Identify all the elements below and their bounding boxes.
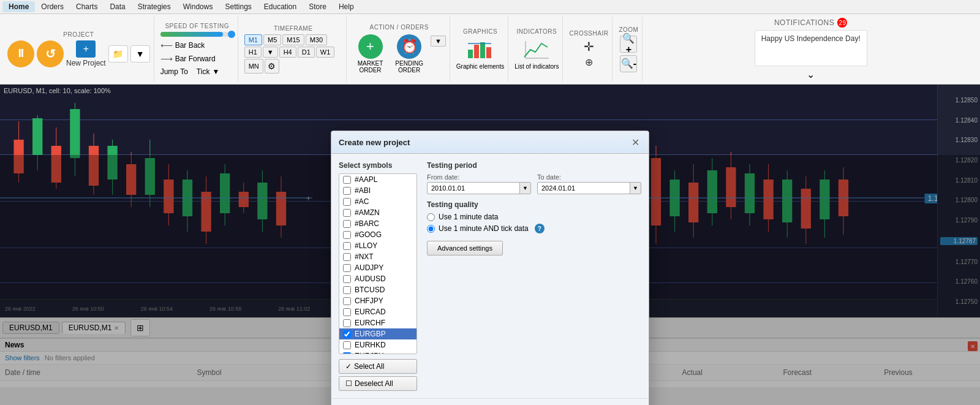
- tick-label[interactable]: Tick: [197, 67, 210, 76]
- tf-w1[interactable]: W1: [316, 47, 335, 58]
- svg-rect-10: [32, 118, 42, 155]
- checkbox-EURGBP[interactable]: [343, 330, 351, 338]
- tf-m1[interactable]: M1: [244, 34, 262, 45]
- checkbox-AUDJPY[interactable]: [343, 264, 351, 272]
- checkbox-BARC[interactable]: [343, 220, 351, 228]
- checkbox-EURCHF[interactable]: [343, 319, 351, 327]
- zoom-out-button[interactable]: 🔍-: [620, 55, 637, 72]
- modal-close-button[interactable]: ✕: [629, 136, 641, 148]
- menu-home[interactable]: Home: [2, 1, 35, 12]
- notifications-expand[interactable]: ⌄: [807, 69, 815, 80]
- checkbox-ABI[interactable]: [343, 187, 351, 195]
- timeframe-settings-button[interactable]: ⚙: [265, 59, 279, 74]
- checkbox-EURJPY[interactable]: [343, 352, 351, 355]
- quality-help-icon[interactable]: ?: [535, 224, 545, 233]
- checkbox-AAPL[interactable]: [343, 176, 351, 184]
- advanced-settings-button[interactable]: Advanced settings: [427, 241, 503, 255]
- symbol-EURHKD[interactable]: EURHKD: [339, 339, 417, 350]
- symbol-EURGBP[interactable]: EURGBP: [339, 328, 417, 339]
- graphics-section: GRAPHICS Graphic elements: [453, 17, 508, 81]
- svg-rect-3: [486, 47, 491, 58]
- graphic-elements-button[interactable]: Graphic elements: [456, 37, 504, 70]
- menu-store[interactable]: Store: [303, 1, 333, 12]
- menu-charts[interactable]: Charts: [70, 1, 104, 12]
- radio-1min-input[interactable]: [427, 213, 435, 221]
- menu-education[interactable]: Education: [258, 1, 303, 12]
- notifications-section: NOTIFICATIONS 29 Happy US Independence D…: [645, 17, 976, 81]
- from-date-dropdown[interactable]: ▼: [519, 183, 530, 194]
- jump-to-label[interactable]: Jump To: [160, 67, 188, 76]
- checkbox-EURHKD[interactable]: [343, 341, 351, 349]
- tf-dropdown[interactable]: ▼: [263, 47, 278, 58]
- checkbox-LLOY[interactable]: [343, 242, 351, 250]
- symbol-LLOY[interactable]: #LLOY: [339, 240, 417, 251]
- pending-order-button[interactable]: ⏰ PENDINGORDER: [390, 33, 428, 75]
- crosshair-lock-icon[interactable]: ⊕: [585, 56, 593, 68]
- symbol-AUDUSD[interactable]: AUDUSD: [339, 273, 417, 284]
- menu-orders[interactable]: Orders: [35, 1, 70, 12]
- zoom-section-label: ZOOM: [619, 26, 638, 33]
- deselect-all-button[interactable]: ☐ Deselect All: [339, 376, 417, 391]
- project-folder-button[interactable]: 📁: [108, 45, 128, 62]
- menu-windows[interactable]: Windows: [177, 1, 219, 12]
- restart-button[interactable]: ↺: [37, 40, 64, 67]
- select-all-button[interactable]: ✓ Select All: [339, 359, 417, 374]
- deselect-all-label: Deselect All: [355, 379, 393, 388]
- market-order-button[interactable]: + MARKETORDER: [353, 33, 388, 75]
- list-indicators-button[interactable]: List of indicators: [514, 37, 559, 70]
- symbol-NXT[interactable]: #NXT: [339, 251, 417, 262]
- checkbox-NXT[interactable]: [343, 253, 351, 261]
- tf-m30[interactable]: M30: [306, 34, 327, 45]
- symbol-AMZN[interactable]: #AMZN: [339, 207, 417, 218]
- tf-mn[interactable]: MN: [244, 59, 263, 74]
- to-date-label: To date:: [537, 173, 641, 181]
- symbol-AUDJPY[interactable]: AUDJPY: [339, 262, 417, 273]
- from-date-value[interactable]: [428, 183, 519, 194]
- symbol-list[interactable]: #AAPL #ABI #AC #AMZN: [339, 173, 417, 354]
- checkbox-EURCAD[interactable]: [343, 308, 351, 316]
- checkbox-AUDUSD[interactable]: [343, 275, 351, 283]
- select-all-label: Select All: [354, 362, 384, 371]
- checkbox-CHFJPY[interactable]: [343, 297, 351, 305]
- tick-dropdown-icon[interactable]: ▼: [212, 67, 219, 76]
- to-date-input[interactable]: ▼: [537, 182, 641, 194]
- bar-back-label[interactable]: Bar Back: [175, 41, 205, 50]
- tf-d1[interactable]: D1: [298, 47, 315, 58]
- orders-dropdown[interactable]: ▼: [431, 36, 446, 47]
- crosshair-icon[interactable]: ✛: [584, 39, 594, 54]
- from-date-input[interactable]: ▼: [427, 182, 531, 194]
- symbol-EURJPY[interactable]: EURJPY: [339, 350, 417, 354]
- menu-strategies[interactable]: Strategies: [132, 1, 177, 12]
- order-buttons: + MARKETORDER ⏰ PENDINGORDER ▼: [353, 33, 446, 75]
- checkbox-GOOG[interactable]: [343, 231, 351, 239]
- bar-forward-label[interactable]: Bar Forward: [175, 55, 216, 63]
- new-project-button[interactable]: + New Project: [66, 40, 106, 67]
- tf-h4[interactable]: H4: [279, 47, 296, 58]
- symbol-ABI[interactable]: #ABI: [339, 185, 417, 196]
- symbol-BARC[interactable]: #BARC: [339, 218, 417, 229]
- symbol-GOOG[interactable]: #GOOG: [339, 229, 417, 240]
- symbol-CHFJPY[interactable]: CHFJPY: [339, 295, 417, 306]
- tf-h1[interactable]: H1: [244, 47, 262, 58]
- tf-m15[interactable]: M15: [282, 34, 304, 45]
- checkbox-AMZN[interactable]: [343, 209, 351, 217]
- checkbox-AC[interactable]: [343, 198, 351, 206]
- zoom-in-button[interactable]: 🔍+: [620, 36, 637, 53]
- to-date-value[interactable]: [538, 183, 630, 194]
- to-date-dropdown[interactable]: ▼: [630, 183, 641, 194]
- symbol-EURCHF[interactable]: EURCHF: [339, 317, 417, 328]
- symbol-AC[interactable]: #AC: [339, 196, 417, 207]
- pause-button[interactable]: ⏸: [7, 40, 34, 67]
- symbol-BTCUSD[interactable]: BTCUSD: [339, 284, 417, 295]
- menu-settings[interactable]: Settings: [219, 1, 257, 12]
- symbol-AAPL[interactable]: #AAPL: [339, 174, 417, 185]
- menu-data[interactable]: Data: [104, 1, 131, 12]
- project-dropdown-button[interactable]: ▼: [130, 45, 150, 62]
- radio-1min-tick-input[interactable]: [427, 225, 435, 233]
- symbol-label-EURHKD: EURHKD: [355, 341, 386, 349]
- menu-help[interactable]: Help: [333, 1, 360, 12]
- symbol-EURCAD[interactable]: EURCAD: [339, 306, 417, 317]
- speed-bar[interactable]: [160, 32, 234, 37]
- tf-m5[interactable]: M5: [263, 34, 281, 45]
- checkbox-BTCUSD[interactable]: [343, 286, 351, 294]
